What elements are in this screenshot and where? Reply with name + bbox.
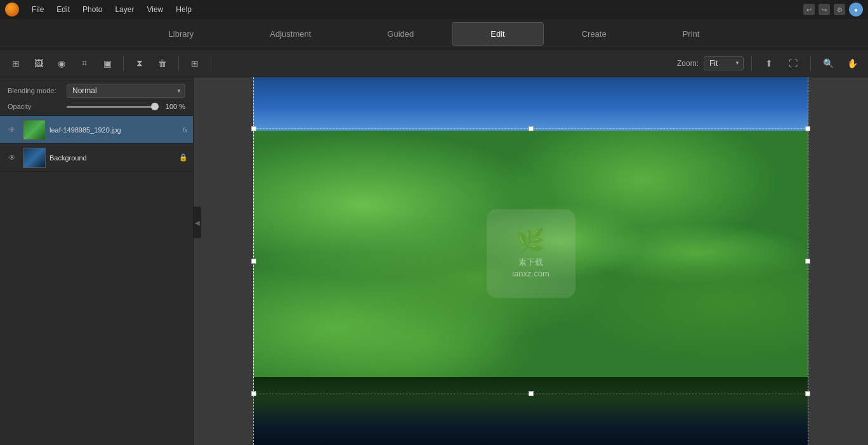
blending-section: Blending mode: Normal Dissolve Multiply … [0,77,193,116]
watermark-text-line2: ianxz.com [512,268,549,280]
blending-select-wrap: Normal Dissolve Multiply Screen Overlay … [67,84,185,98]
canvas-area: 🌿 素下载 ianxz.com [194,77,868,445]
delete-tool-button[interactable]: 🗑 [153,55,172,72]
layer-name-leaf: leaf-1498985_1920.jpg [49,126,180,134]
visibility-eye-leaf[interactable]: 👁 [5,126,19,134]
tool-separator-5 [810,56,811,71]
user-avatar[interactable]: ● [849,3,863,16]
layers-panel: 👁 leaf-1498985_1920.jpg fx 👁 Background … [0,116,193,445]
left-panel: Blending mode: Normal Dissolve Multiply … [0,77,194,445]
nav-bar: Library Adjustment Guided Edit Create Pr… [0,19,868,49]
tool-separator-2 [178,56,179,71]
tab-print[interactable]: Print [645,23,738,45]
blending-select[interactable]: Normal Dissolve Multiply Screen Overlay … [67,84,185,98]
image-sky [253,77,808,131]
opacity-value: 100 % [164,103,185,110]
blending-label: Blending mode: [8,87,62,94]
title-bar: File Edit Photo Layer View Help ↩ ↪ ⚙ ● [0,0,868,19]
filter-tool-button[interactable]: ⧗ [130,55,149,72]
opacity-slider[interactable] [67,106,159,108]
menu-view[interactable]: View [141,4,168,15]
opacity-label: Opacity [8,103,62,110]
panel-collapse-button[interactable]: ◀ [194,207,201,238]
tool-bar: ⊞ 🖼 ◉ ⌗ ▣ ⧗ 🗑 ⊞ Zoom: Fit 25% 50% 75% 10… [0,49,868,77]
layer-item-bg[interactable]: 👁 Background 🔒 [0,144,193,172]
layer-thumb-bg [23,148,46,168]
canvas-container: 🌿 素下载 ianxz.com [253,77,808,445]
undo-button[interactable]: ↩ [803,4,815,15]
tab-adjustment[interactable]: Adjustment [232,23,349,45]
blending-row: Blending mode: Normal Dissolve Multiply … [8,84,185,98]
tool-separator-4 [751,56,752,71]
zoom-select[interactable]: Fit 25% 50% 75% 100% 150% 200% [704,56,744,70]
crop-tool-button[interactable]: ⌗ [75,55,94,72]
select-tool-button[interactable]: ◉ [52,55,71,72]
grid-button[interactable]: ⊞ [185,55,204,72]
tool-right-group: Zoom: Fit 25% 50% 75% 100% 150% 200% ⬆ ⛶… [677,55,862,72]
zoom-select-wrap: Fit 25% 50% 75% 100% 150% 200% [704,56,744,70]
menu-photo[interactable]: Photo [77,4,107,15]
new-layer-button[interactable]: ⊞ [6,55,25,72]
watermark-text-line1: 素下载 [518,257,543,268]
layer-fx-label[interactable]: fx [182,126,188,134]
tab-library[interactable]: Library [131,23,232,45]
menu-edit[interactable]: Edit [51,4,75,15]
tab-guided[interactable]: Guided [349,23,452,45]
opacity-row: Opacity 100 % [8,103,185,110]
tool-separator-1 [123,56,124,71]
menu-bar: File Edit Photo Layer View Help [27,4,197,15]
add-image-button[interactable]: 🖼 [29,55,48,72]
menu-layer[interactable]: Layer [110,4,139,15]
tab-create[interactable]: Create [544,23,645,45]
layer-item-leaf[interactable]: 👁 leaf-1498985_1920.jpg fx [0,116,193,144]
title-actions: ↩ ↪ ⚙ ● [803,3,863,16]
image-forest [253,377,808,445]
pan-button[interactable]: ✋ [843,55,862,72]
menu-help[interactable]: Help [171,4,197,15]
zoom-in-button[interactable]: 🔍 [819,55,838,72]
settings-button[interactable]: ⚙ [834,4,845,15]
main-layout: Blending mode: Normal Dissolve Multiply … [0,77,868,445]
app-icon [5,3,19,16]
watermark: 🌿 素下载 ianxz.com [487,209,575,298]
layer-lock-icon: 🔒 [179,153,188,162]
zoom-label: Zoom: [677,59,699,68]
fullscreen-button[interactable]: ⛶ [784,55,803,72]
image-leaf: 🌿 素下载 ianxz.com [253,131,808,377]
canvas-image: 🌿 素下载 ianxz.com [253,77,808,445]
tab-edit[interactable]: Edit [452,22,543,46]
export-button[interactable]: ⬆ [760,55,779,72]
tool-separator-3 [211,56,211,71]
layer-name-bg: Background [49,154,176,162]
layer-thumb-leaf [23,120,46,140]
menu-file[interactable]: File [27,4,49,15]
watermark-icon: 🌿 [516,228,545,254]
visibility-eye-bg[interactable]: 👁 [5,153,19,162]
redo-button[interactable]: ↪ [819,4,830,15]
stamp-tool-button[interactable]: ▣ [98,55,117,72]
